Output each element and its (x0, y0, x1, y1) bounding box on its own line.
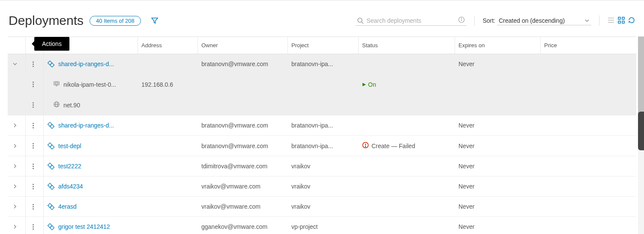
actions-menu-button[interactable] (29, 162, 37, 170)
list-view-button[interactable] (607, 16, 615, 25)
deployments-table: Address Owner Project Status Expires on … (8, 36, 636, 234)
search-icon (357, 17, 364, 24)
expand-toggle[interactable] (11, 142, 19, 150)
filter-icon (151, 17, 158, 24)
cell-expires: Never (455, 54, 541, 74)
cell-address (138, 95, 198, 115)
actions-menu-button[interactable] (29, 223, 37, 231)
table-row: test-deplbratanovn@vmware.combratanovn-i… (8, 136, 636, 156)
expand-toggle[interactable] (11, 203, 19, 210)
col-expires: Expires on (455, 37, 541, 54)
cell-owner: vraikov@vmware.com (198, 197, 288, 216)
svg-rect-9 (622, 17, 624, 19)
separator (599, 15, 599, 26)
expand-toggle[interactable] (11, 162, 19, 170)
actions-menu-button[interactable] (29, 142, 37, 150)
actions-menu-button[interactable] (29, 60, 37, 68)
svg-rect-13 (50, 63, 54, 67)
scrollbar-thumb[interactable] (638, 36, 644, 122)
deployment-icon (47, 142, 55, 150)
cell-owner: vraikov@vmware.com (198, 176, 288, 196)
actions-menu-button[interactable] (29, 182, 37, 190)
cell-price (541, 217, 618, 234)
deployment-name-link[interactable]: test2222 (58, 163, 81, 170)
table-row: test2222tdimitrova@vmware.comvraikovNeve… (8, 156, 636, 176)
table-row: 4erasdvraikov@vmware.comvraikovNever (8, 197, 636, 217)
deployment-icon (47, 60, 55, 68)
expand-toggle[interactable] (11, 182, 19, 190)
deployment-name-link[interactable]: shared-ip-ranges-d... (58, 122, 114, 129)
svg-rect-31 (48, 204, 52, 208)
grid-view-button[interactable] (617, 16, 625, 25)
col-project: Project (288, 37, 359, 54)
table-row: afds4234vraikov@vmware.comvraikovNever (8, 176, 636, 197)
table-row: shared-ip-ranges-d...bratanovn@vmware.co… (8, 54, 636, 74)
cell-address (138, 115, 198, 135)
expand-toggle[interactable] (11, 60, 19, 68)
cell-price (541, 136, 618, 156)
deployment-icon (47, 203, 55, 210)
list-icon (607, 16, 615, 24)
cell-expires: Never (455, 136, 541, 156)
cell-price (541, 54, 618, 74)
info-icon[interactable] (458, 16, 465, 24)
refresh-button[interactable] (628, 16, 635, 25)
cell-project: bratanovn-ipa... (288, 136, 359, 156)
svg-rect-27 (48, 163, 52, 167)
sort-value: Created on (descending) (499, 17, 565, 24)
cell-address (138, 156, 198, 176)
table-child-row: net.90 (8, 95, 636, 115)
actions-menu-button[interactable] (29, 101, 37, 109)
search-input[interactable] (366, 17, 458, 24)
deployment-name-link[interactable]: grigor test 2412412 (58, 223, 110, 230)
vm-icon (53, 80, 60, 88)
status-failed: Create — Failed (362, 142, 415, 150)
cell-expires: Never (455, 217, 541, 234)
col-expand (8, 37, 26, 54)
table-child-row: nikola-ipam-test-0...192.168.0.6On (8, 74, 636, 95)
actions-tooltip: Actions (34, 37, 69, 51)
filter-button[interactable] (150, 15, 160, 26)
deployment-icon (47, 162, 55, 170)
cell-address (138, 136, 198, 156)
actions-menu-button[interactable] (29, 203, 37, 210)
cell-project: vraikov (288, 197, 359, 216)
svg-line-1 (362, 22, 363, 24)
expand-toggle[interactable] (11, 223, 19, 231)
deployment-name-link[interactable]: afds4234 (58, 183, 83, 190)
deployment-name-link[interactable]: test-depl (58, 143, 81, 149)
svg-rect-22 (48, 143, 52, 147)
actions-menu-button[interactable] (29, 122, 37, 129)
cell-project: bratanovn-ipa... (288, 54, 359, 74)
cell-owner: tdimitrova@vmware.com (198, 156, 288, 176)
expand-toggle[interactable] (11, 122, 19, 129)
svg-rect-14 (54, 82, 59, 85)
status-text: Create — Failed (371, 143, 415, 149)
cell-project: vraikov (288, 156, 359, 176)
deployment-name-link[interactable]: shared-ip-ranges-d... (58, 61, 114, 67)
deployment-icon (47, 223, 55, 231)
view-mode-group (607, 16, 635, 25)
actions-menu-button[interactable] (29, 81, 37, 88)
table-header: Address Owner Project Status Expires on … (8, 37, 636, 54)
svg-point-26 (365, 146, 365, 147)
separator (474, 15, 475, 26)
cell-expires: Never (455, 115, 541, 135)
svg-rect-34 (50, 226, 54, 230)
svg-rect-23 (50, 145, 54, 149)
table-row: grigor test 2412412gganekov@vmware.comvp… (8, 217, 636, 234)
svg-rect-21 (50, 125, 54, 129)
search-input-wrap (355, 15, 467, 26)
cell-project: bratanovn-ipa... (288, 115, 359, 135)
cell-project: vraikov (288, 176, 359, 196)
sort-dropdown[interactable]: Created on (descending) (497, 16, 591, 25)
resource-name: nikola-ipam-test-0... (63, 81, 116, 88)
cell-address (138, 217, 198, 234)
page-header: Deployments 40 Items of 208 Sort: Create… (0, 0, 644, 36)
svg-rect-28 (50, 165, 54, 170)
cell-expires: Never (455, 156, 541, 176)
deployment-name-link[interactable]: 4erasd (58, 203, 77, 210)
cell-price (541, 176, 618, 196)
status-on: On (362, 81, 376, 88)
side-panel-tab[interactable] (638, 112, 644, 150)
